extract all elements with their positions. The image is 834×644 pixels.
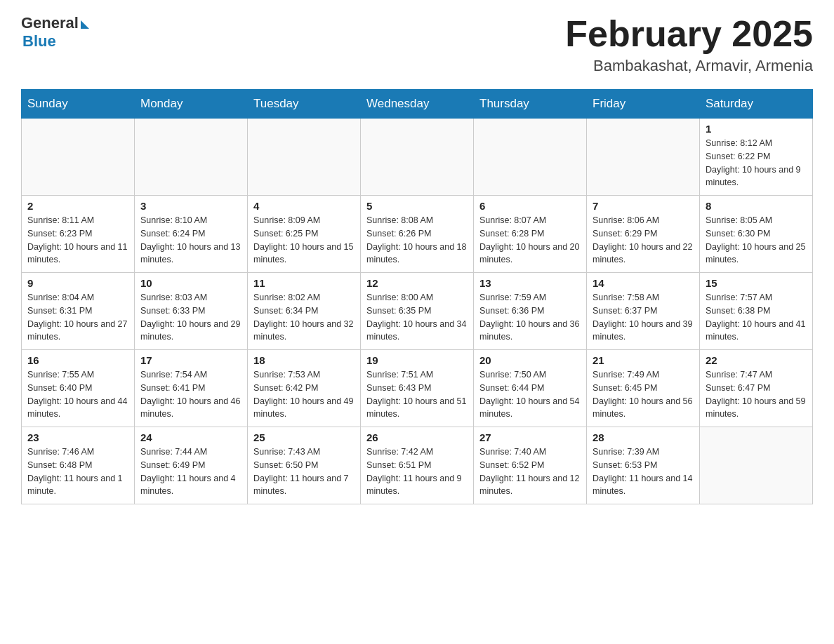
weekday-header-sunday: Sunday [22, 90, 135, 119]
calendar-cell [248, 119, 361, 196]
logo-blue-text: Blue [22, 32, 56, 51]
day-number: 25 [253, 431, 355, 443]
day-number: 7 [593, 200, 694, 212]
calendar-cell: 14Sunrise: 7:58 AM Sunset: 6:37 PM Dayli… [587, 273, 700, 350]
calendar-week-row: 9Sunrise: 8:04 AM Sunset: 6:31 PM Daylig… [22, 273, 813, 350]
calendar-cell: 24Sunrise: 7:44 AM Sunset: 6:49 PM Dayli… [135, 427, 248, 504]
logo-general-text: General [21, 14, 79, 32]
calendar-cell [22, 119, 135, 196]
day-info: Sunrise: 8:00 AM Sunset: 6:35 PM Dayligh… [366, 291, 468, 344]
day-number: 17 [140, 354, 241, 366]
day-info: Sunrise: 7:57 AM Sunset: 6:38 PM Dayligh… [706, 291, 807, 344]
calendar-cell: 13Sunrise: 7:59 AM Sunset: 6:36 PM Dayli… [474, 273, 587, 350]
calendar-cell: 26Sunrise: 7:42 AM Sunset: 6:51 PM Dayli… [361, 427, 474, 504]
day-number: 13 [479, 277, 581, 289]
calendar-cell: 18Sunrise: 7:53 AM Sunset: 6:42 PM Dayli… [248, 350, 361, 427]
calendar-cell: 9Sunrise: 8:04 AM Sunset: 6:31 PM Daylig… [22, 273, 135, 350]
day-info: Sunrise: 7:43 AM Sunset: 6:50 PM Dayligh… [253, 445, 355, 498]
day-info: Sunrise: 7:42 AM Sunset: 6:51 PM Dayligh… [366, 445, 468, 498]
day-number: 4 [253, 200, 355, 212]
day-info: Sunrise: 7:47 AM Sunset: 6:47 PM Dayligh… [706, 368, 807, 421]
day-number: 1 [706, 123, 807, 135]
day-info: Sunrise: 8:08 AM Sunset: 6:26 PM Dayligh… [366, 214, 468, 267]
title-section: February 2025 Bambakashat, Armavir, Arme… [565, 14, 813, 75]
calendar-cell: 12Sunrise: 8:00 AM Sunset: 6:35 PM Dayli… [361, 273, 474, 350]
month-title: February 2025 [565, 14, 813, 54]
day-info: Sunrise: 8:07 AM Sunset: 6:28 PM Dayligh… [479, 214, 581, 267]
day-number: 19 [366, 354, 468, 366]
day-info: Sunrise: 7:59 AM Sunset: 6:36 PM Dayligh… [479, 291, 581, 344]
calendar-cell: 2Sunrise: 8:11 AM Sunset: 6:23 PM Daylig… [22, 196, 135, 273]
calendar-cell: 28Sunrise: 7:39 AM Sunset: 6:53 PM Dayli… [587, 427, 700, 504]
day-info: Sunrise: 7:55 AM Sunset: 6:40 PM Dayligh… [27, 368, 128, 421]
day-info: Sunrise: 7:39 AM Sunset: 6:53 PM Dayligh… [593, 445, 694, 498]
calendar-week-row: 16Sunrise: 7:55 AM Sunset: 6:40 PM Dayli… [22, 350, 813, 427]
day-number: 21 [593, 354, 694, 366]
day-info: Sunrise: 8:11 AM Sunset: 6:23 PM Dayligh… [27, 214, 128, 267]
day-info: Sunrise: 8:05 AM Sunset: 6:30 PM Dayligh… [706, 214, 807, 267]
calendar-week-row: 2Sunrise: 8:11 AM Sunset: 6:23 PM Daylig… [22, 196, 813, 273]
day-info: Sunrise: 7:50 AM Sunset: 6:44 PM Dayligh… [479, 368, 581, 421]
day-number: 26 [366, 431, 468, 443]
calendar-cell: 20Sunrise: 7:50 AM Sunset: 6:44 PM Dayli… [474, 350, 587, 427]
calendar-cell: 15Sunrise: 7:57 AM Sunset: 6:38 PM Dayli… [700, 273, 813, 350]
day-number: 5 [366, 200, 468, 212]
calendar-week-row: 1Sunrise: 8:12 AM Sunset: 6:22 PM Daylig… [22, 119, 813, 196]
calendar-cell: 6Sunrise: 8:07 AM Sunset: 6:28 PM Daylig… [474, 196, 587, 273]
calendar-cell: 19Sunrise: 7:51 AM Sunset: 6:43 PM Dayli… [361, 350, 474, 427]
calendar-cell: 27Sunrise: 7:40 AM Sunset: 6:52 PM Dayli… [474, 427, 587, 504]
calendar-cell [587, 119, 700, 196]
calendar-cell [474, 119, 587, 196]
day-number: 28 [593, 431, 694, 443]
weekday-header-wednesday: Wednesday [361, 90, 474, 119]
day-number: 3 [140, 200, 241, 212]
day-number: 12 [366, 277, 468, 289]
day-number: 22 [706, 354, 807, 366]
calendar-week-row: 23Sunrise: 7:46 AM Sunset: 6:48 PM Dayli… [22, 427, 813, 504]
calendar-cell: 25Sunrise: 7:43 AM Sunset: 6:50 PM Dayli… [248, 427, 361, 504]
day-number: 11 [253, 277, 355, 289]
calendar-cell: 23Sunrise: 7:46 AM Sunset: 6:48 PM Dayli… [22, 427, 135, 504]
day-info: Sunrise: 7:44 AM Sunset: 6:49 PM Dayligh… [140, 445, 241, 498]
day-info: Sunrise: 8:02 AM Sunset: 6:34 PM Dayligh… [253, 291, 355, 344]
logo-arrow-icon [81, 20, 89, 29]
day-number: 9 [27, 277, 128, 289]
day-info: Sunrise: 8:04 AM Sunset: 6:31 PM Dayligh… [27, 291, 128, 344]
weekday-header-saturday: Saturday [700, 90, 813, 119]
weekday-header-friday: Friday [587, 90, 700, 119]
day-number: 23 [27, 431, 128, 443]
calendar-cell: 10Sunrise: 8:03 AM Sunset: 6:33 PM Dayli… [135, 273, 248, 350]
page-header: General Blue February 2025 Bambakashat, … [21, 14, 813, 75]
location-title: Bambakashat, Armavir, Armenia [565, 57, 813, 75]
calendar-cell: 16Sunrise: 7:55 AM Sunset: 6:40 PM Dayli… [22, 350, 135, 427]
day-info: Sunrise: 7:40 AM Sunset: 6:52 PM Dayligh… [479, 445, 581, 498]
weekday-header-thursday: Thursday [474, 90, 587, 119]
day-info: Sunrise: 7:46 AM Sunset: 6:48 PM Dayligh… [27, 445, 128, 498]
day-info: Sunrise: 7:54 AM Sunset: 6:41 PM Dayligh… [140, 368, 241, 421]
day-info: Sunrise: 8:09 AM Sunset: 6:25 PM Dayligh… [253, 214, 355, 267]
calendar-cell: 21Sunrise: 7:49 AM Sunset: 6:45 PM Dayli… [587, 350, 700, 427]
day-info: Sunrise: 7:53 AM Sunset: 6:42 PM Dayligh… [253, 368, 355, 421]
day-number: 16 [27, 354, 128, 366]
weekday-header-monday: Monday [135, 90, 248, 119]
day-number: 6 [479, 200, 581, 212]
day-info: Sunrise: 7:58 AM Sunset: 6:37 PM Dayligh… [593, 291, 694, 344]
calendar-cell: 8Sunrise: 8:05 AM Sunset: 6:30 PM Daylig… [700, 196, 813, 273]
day-number: 10 [140, 277, 241, 289]
calendar-cell [135, 119, 248, 196]
calendar-cell: 5Sunrise: 8:08 AM Sunset: 6:26 PM Daylig… [361, 196, 474, 273]
calendar-cell: 17Sunrise: 7:54 AM Sunset: 6:41 PM Dayli… [135, 350, 248, 427]
calendar-cell: 22Sunrise: 7:47 AM Sunset: 6:47 PM Dayli… [700, 350, 813, 427]
day-info: Sunrise: 8:10 AM Sunset: 6:24 PM Dayligh… [140, 214, 241, 267]
calendar-cell: 1Sunrise: 8:12 AM Sunset: 6:22 PM Daylig… [700, 119, 813, 196]
day-number: 24 [140, 431, 241, 443]
day-info: Sunrise: 7:49 AM Sunset: 6:45 PM Dayligh… [593, 368, 694, 421]
day-number: 2 [27, 200, 128, 212]
day-number: 18 [253, 354, 355, 366]
calendar-cell [361, 119, 474, 196]
calendar-cell: 7Sunrise: 8:06 AM Sunset: 6:29 PM Daylig… [587, 196, 700, 273]
day-number: 8 [706, 200, 807, 212]
day-info: Sunrise: 8:06 AM Sunset: 6:29 PM Dayligh… [593, 214, 694, 267]
day-info: Sunrise: 7:51 AM Sunset: 6:43 PM Dayligh… [366, 368, 468, 421]
calendar-cell [700, 427, 813, 504]
